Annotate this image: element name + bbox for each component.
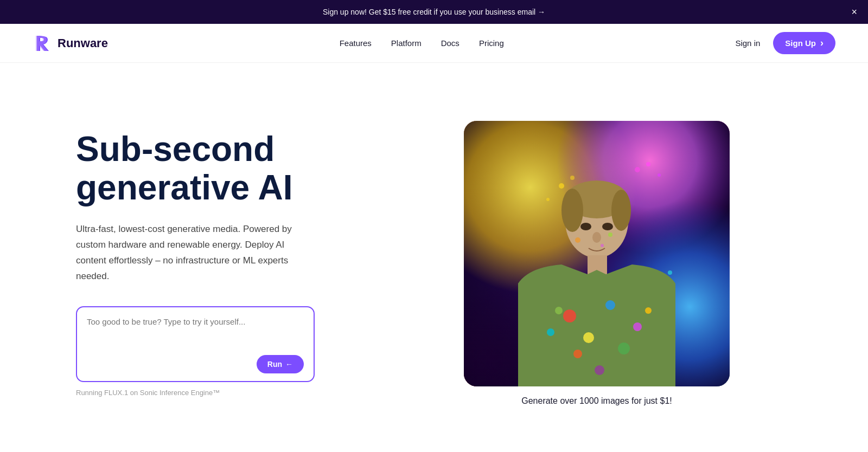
svg-point-39 <box>575 237 580 243</box>
svg-point-34 <box>645 307 652 314</box>
svg-point-9 <box>646 162 650 166</box>
svg-point-35 <box>555 307 563 314</box>
svg-point-23 <box>561 189 583 232</box>
sign-up-arrow-icon: › <box>820 37 824 49</box>
svg-point-10 <box>658 173 661 177</box>
nav-actions: Sign in Sign Up › <box>735 32 835 54</box>
hero-image <box>464 121 730 386</box>
prompt-footer: Run ← <box>87 355 304 373</box>
run-arrow-icon: ← <box>285 360 293 369</box>
nav-link-features[interactable]: Features <box>340 38 372 48</box>
nav-link-docs[interactable]: Docs <box>441 38 459 48</box>
run-button-label: Run <box>267 360 282 369</box>
hero-image-background <box>464 121 730 386</box>
hero-section: Sub-second generative AI Ultra-fast, low… <box>0 63 868 452</box>
svg-point-41 <box>601 244 604 247</box>
nav-item-pricing[interactable]: Pricing <box>479 38 504 48</box>
svg-point-28 <box>583 332 594 343</box>
hero-caption: Generate over 1000 images for just $1! <box>521 396 672 406</box>
logo-text: Runware <box>58 36 108 50</box>
logo-link[interactable]: Runware <box>33 34 108 53</box>
svg-point-31 <box>618 343 630 354</box>
prompt-box: Run ← <box>76 306 315 382</box>
svg-point-27 <box>605 300 615 310</box>
svg-point-29 <box>633 322 642 331</box>
running-label: Running FLUX.1 on Sonic Inference Engine… <box>76 389 347 397</box>
svg-point-5 <box>559 183 564 189</box>
svg-point-37 <box>602 223 613 230</box>
prompt-input[interactable] <box>87 317 304 350</box>
hero-image-svg <box>464 121 730 386</box>
nav-links: Features Platform Docs Pricing <box>340 38 504 48</box>
svg-point-40 <box>608 233 612 237</box>
svg-point-36 <box>580 223 591 230</box>
svg-point-6 <box>546 198 550 201</box>
announcement-bar: Sign up now! Get $15 free credit if you … <box>0 0 868 24</box>
navbar: Runware Features Platform Docs Pricing S… <box>0 24 868 63</box>
svg-point-33 <box>595 365 604 375</box>
nav-link-pricing[interactable]: Pricing <box>479 38 504 48</box>
svg-point-26 <box>563 309 576 322</box>
sign-up-button[interactable]: Sign Up › <box>773 32 835 54</box>
sign-in-link[interactable]: Sign in <box>735 38 760 48</box>
svg-point-20 <box>668 270 672 275</box>
svg-point-7 <box>570 176 575 180</box>
svg-point-38 <box>592 232 601 243</box>
nav-item-features[interactable]: Features <box>340 38 372 48</box>
hero-subtext: Ultra-fast, lowest-cost generative media… <box>76 222 304 285</box>
runware-logo-icon <box>33 34 52 53</box>
hero-heading: Sub-second generative AI <box>76 130 347 206</box>
nav-item-docs[interactable]: Docs <box>441 38 459 48</box>
hero-right-content: Generate over 1000 images for just $1! <box>347 121 814 406</box>
nav-item-platform[interactable]: Platform <box>391 38 422 48</box>
svg-point-32 <box>573 350 582 358</box>
hero-left-content: Sub-second generative AI Ultra-fast, low… <box>76 130 347 396</box>
nav-link-platform[interactable]: Platform <box>391 38 422 48</box>
announcement-close-button[interactable]: × <box>851 7 857 17</box>
sign-up-label: Sign Up <box>785 38 816 48</box>
svg-point-30 <box>547 328 554 336</box>
run-button[interactable]: Run ← <box>257 355 304 373</box>
announcement-text: Sign up now! Get $15 free credit if you … <box>323 8 545 16</box>
svg-point-11 <box>635 167 640 172</box>
svg-point-24 <box>611 190 631 231</box>
